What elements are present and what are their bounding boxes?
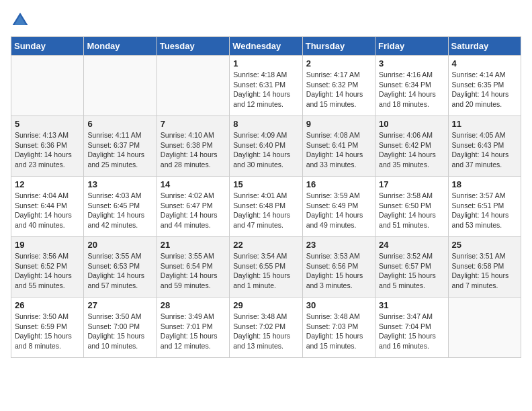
day-of-week-header: Monday bbox=[84, 37, 157, 56]
day-number: 13 bbox=[87, 179, 152, 189]
day-of-week-header: Tuesday bbox=[157, 37, 229, 56]
day-number: 20 bbox=[87, 240, 152, 250]
calendar-cell: 4Sunrise: 4:14 AMSunset: 6:35 PMDaylight… bbox=[448, 56, 521, 116]
day-details: Sunrise: 3:56 AMSunset: 6:52 PMDaylight:… bbox=[15, 251, 80, 291]
day-details: Sunrise: 3:50 AMSunset: 7:00 PMDaylight:… bbox=[87, 312, 152, 351]
calendar-cell: 26Sunrise: 3:50 AMSunset: 6:59 PMDayligh… bbox=[11, 298, 84, 358]
day-details: Sunrise: 3:49 AMSunset: 7:01 PMDaylight:… bbox=[161, 312, 226, 351]
calendar-cell: 16Sunrise: 3:59 AMSunset: 6:49 PMDayligh… bbox=[302, 177, 375, 237]
day-number: 27 bbox=[87, 300, 152, 310]
day-number: 17 bbox=[379, 179, 444, 189]
calendar-cell: 11Sunrise: 4:05 AMSunset: 6:43 PMDayligh… bbox=[448, 116, 521, 177]
day-number: 11 bbox=[452, 119, 517, 129]
day-number: 28 bbox=[161, 300, 226, 310]
calendar-cell: 18Sunrise: 3:57 AMSunset: 6:51 PMDayligh… bbox=[448, 177, 521, 237]
calendar-week-row: 26Sunrise: 3:50 AMSunset: 6:59 PMDayligh… bbox=[11, 298, 521, 358]
day-of-week-header: Thursday bbox=[302, 37, 375, 56]
day-details: Sunrise: 4:10 AMSunset: 6:38 PMDaylight:… bbox=[161, 130, 226, 170]
day-number: 7 bbox=[161, 119, 226, 129]
day-of-week-header: Friday bbox=[375, 37, 448, 56]
calendar-week-row: 12Sunrise: 4:04 AMSunset: 6:44 PMDayligh… bbox=[11, 177, 521, 237]
day-details: Sunrise: 4:09 AMSunset: 6:40 PMDaylight:… bbox=[233, 130, 298, 170]
day-number: 19 bbox=[15, 240, 80, 250]
day-number: 16 bbox=[306, 179, 371, 189]
day-details: Sunrise: 3:53 AMSunset: 6:56 PMDaylight:… bbox=[306, 251, 371, 291]
calendar-cell bbox=[11, 56, 84, 116]
day-number: 14 bbox=[161, 179, 226, 189]
day-details: Sunrise: 4:05 AMSunset: 6:43 PMDaylight:… bbox=[452, 130, 517, 170]
day-number: 12 bbox=[15, 179, 80, 189]
calendar-cell: 14Sunrise: 4:02 AMSunset: 6:47 PMDayligh… bbox=[157, 177, 229, 237]
calendar-table: SundayMondayTuesdayWednesdayThursdayFrid… bbox=[11, 36, 521, 358]
day-details: Sunrise: 3:51 AMSunset: 6:58 PMDaylight:… bbox=[452, 251, 517, 291]
calendar-cell: 29Sunrise: 3:48 AMSunset: 7:02 PMDayligh… bbox=[230, 298, 302, 358]
day-number: 15 bbox=[233, 179, 298, 189]
day-of-week-header: Wednesday bbox=[230, 37, 302, 56]
day-details: Sunrise: 4:03 AMSunset: 6:45 PMDaylight:… bbox=[87, 191, 152, 230]
calendar-cell: 2Sunrise: 4:17 AMSunset: 6:32 PMDaylight… bbox=[302, 56, 375, 116]
calendar-cell: 8Sunrise: 4:09 AMSunset: 6:40 PMDaylight… bbox=[230, 116, 302, 177]
day-number: 3 bbox=[379, 58, 444, 68]
day-details: Sunrise: 3:55 AMSunset: 6:54 PMDaylight:… bbox=[161, 251, 226, 291]
calendar-cell: 30Sunrise: 3:48 AMSunset: 7:03 PMDayligh… bbox=[302, 298, 375, 358]
day-number: 26 bbox=[15, 300, 80, 310]
day-details: Sunrise: 3:52 AMSunset: 6:57 PMDaylight:… bbox=[379, 251, 444, 291]
calendar-cell: 27Sunrise: 3:50 AMSunset: 7:00 PMDayligh… bbox=[84, 298, 157, 358]
day-details: Sunrise: 3:54 AMSunset: 6:55 PMDaylight:… bbox=[233, 251, 298, 291]
calendar-cell: 5Sunrise: 4:13 AMSunset: 6:36 PMDaylight… bbox=[11, 116, 84, 177]
day-details: Sunrise: 4:14 AMSunset: 6:35 PMDaylight:… bbox=[452, 70, 517, 109]
day-details: Sunrise: 4:17 AMSunset: 6:32 PMDaylight:… bbox=[306, 70, 371, 109]
day-number: 4 bbox=[452, 58, 517, 68]
calendar-cell bbox=[448, 298, 521, 358]
day-number: 21 bbox=[161, 240, 226, 250]
day-details: Sunrise: 4:08 AMSunset: 6:41 PMDaylight:… bbox=[306, 130, 371, 170]
day-number: 24 bbox=[379, 240, 444, 250]
day-number: 18 bbox=[452, 179, 517, 189]
day-details: Sunrise: 4:18 AMSunset: 6:31 PMDaylight:… bbox=[233, 70, 298, 109]
day-number: 29 bbox=[233, 300, 298, 310]
calendar-cell: 10Sunrise: 4:06 AMSunset: 6:42 PMDayligh… bbox=[375, 116, 448, 177]
day-number: 1 bbox=[233, 58, 298, 68]
day-details: Sunrise: 3:48 AMSunset: 7:02 PMDaylight:… bbox=[233, 312, 298, 351]
day-number: 22 bbox=[233, 240, 298, 250]
day-number: 9 bbox=[306, 119, 371, 129]
calendar-cell: 21Sunrise: 3:55 AMSunset: 6:54 PMDayligh… bbox=[157, 237, 229, 298]
day-details: Sunrise: 4:02 AMSunset: 6:47 PMDaylight:… bbox=[161, 191, 226, 230]
calendar-cell: 17Sunrise: 3:58 AMSunset: 6:50 PMDayligh… bbox=[375, 177, 448, 237]
calendar-cell: 25Sunrise: 3:51 AMSunset: 6:58 PMDayligh… bbox=[448, 237, 521, 298]
day-details: Sunrise: 4:06 AMSunset: 6:42 PMDaylight:… bbox=[379, 130, 444, 170]
day-number: 23 bbox=[306, 240, 371, 250]
calendar-cell: 13Sunrise: 4:03 AMSunset: 6:45 PMDayligh… bbox=[84, 177, 157, 237]
page-header bbox=[11, 11, 521, 30]
calendar-cell: 6Sunrise: 4:11 AMSunset: 6:37 PMDaylight… bbox=[84, 116, 157, 177]
calendar-cell: 22Sunrise: 3:54 AMSunset: 6:55 PMDayligh… bbox=[230, 237, 302, 298]
calendar-cell: 15Sunrise: 4:01 AMSunset: 6:48 PMDayligh… bbox=[230, 177, 302, 237]
day-details: Sunrise: 4:11 AMSunset: 6:37 PMDaylight:… bbox=[87, 130, 152, 170]
day-details: Sunrise: 3:57 AMSunset: 6:51 PMDaylight:… bbox=[452, 191, 517, 230]
day-of-week-header: Saturday bbox=[448, 37, 521, 56]
calendar-week-row: 19Sunrise: 3:56 AMSunset: 6:52 PMDayligh… bbox=[11, 237, 521, 298]
calendar-cell: 28Sunrise: 3:49 AMSunset: 7:01 PMDayligh… bbox=[157, 298, 229, 358]
day-details: Sunrise: 4:13 AMSunset: 6:36 PMDaylight:… bbox=[15, 130, 80, 170]
day-number: 10 bbox=[379, 119, 444, 129]
calendar-cell: 23Sunrise: 3:53 AMSunset: 6:56 PMDayligh… bbox=[302, 237, 375, 298]
calendar-cell: 3Sunrise: 4:16 AMSunset: 6:34 PMDaylight… bbox=[375, 56, 448, 116]
day-details: Sunrise: 3:55 AMSunset: 6:53 PMDaylight:… bbox=[87, 251, 152, 291]
day-number: 31 bbox=[379, 300, 444, 310]
calendar-cell: 20Sunrise: 3:55 AMSunset: 6:53 PMDayligh… bbox=[84, 237, 157, 298]
calendar-cell: 12Sunrise: 4:04 AMSunset: 6:44 PMDayligh… bbox=[11, 177, 84, 237]
day-details: Sunrise: 4:04 AMSunset: 6:44 PMDaylight:… bbox=[15, 191, 80, 230]
logo bbox=[11, 11, 32, 30]
day-details: Sunrise: 3:58 AMSunset: 6:50 PMDaylight:… bbox=[379, 191, 444, 230]
day-details: Sunrise: 3:50 AMSunset: 6:59 PMDaylight:… bbox=[15, 312, 80, 351]
calendar-cell: 1Sunrise: 4:18 AMSunset: 6:31 PMDaylight… bbox=[230, 56, 302, 116]
calendar-cell: 19Sunrise: 3:56 AMSunset: 6:52 PMDayligh… bbox=[11, 237, 84, 298]
day-number: 25 bbox=[452, 240, 517, 250]
calendar-week-row: 5Sunrise: 4:13 AMSunset: 6:36 PMDaylight… bbox=[11, 116, 521, 177]
day-details: Sunrise: 4:01 AMSunset: 6:48 PMDaylight:… bbox=[233, 191, 298, 230]
calendar-cell: 7Sunrise: 4:10 AMSunset: 6:38 PMDaylight… bbox=[157, 116, 229, 177]
calendar-header-row: SundayMondayTuesdayWednesdayThursdayFrid… bbox=[11, 37, 521, 56]
day-number: 2 bbox=[306, 58, 371, 68]
day-details: Sunrise: 4:16 AMSunset: 6:34 PMDaylight:… bbox=[379, 70, 444, 109]
calendar-cell: 9Sunrise: 4:08 AMSunset: 6:41 PMDaylight… bbox=[302, 116, 375, 177]
